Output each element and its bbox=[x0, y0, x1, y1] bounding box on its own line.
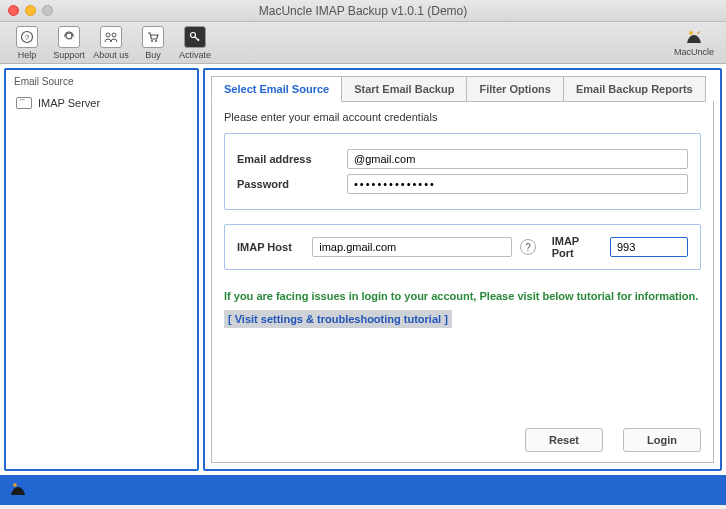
brand-logo: MacUncle bbox=[674, 29, 714, 57]
svg-point-5 bbox=[151, 40, 153, 42]
svg-point-4 bbox=[112, 33, 116, 37]
toolbar: ? Help Support About us Buy Activate Mac… bbox=[0, 22, 726, 64]
sidebar-item-imap-server[interactable]: IMAP Server bbox=[10, 93, 193, 113]
imap-host-field[interactable] bbox=[312, 237, 512, 257]
tab-email-backup-reports[interactable]: Email Backup Reports bbox=[564, 76, 706, 102]
server-icon bbox=[16, 97, 32, 109]
cart-icon bbox=[142, 26, 164, 48]
troubleshoot-link[interactable]: [ Visit settings & troubleshooting tutor… bbox=[224, 310, 452, 328]
svg-point-3 bbox=[106, 33, 110, 37]
activate-button[interactable]: Activate bbox=[174, 26, 216, 60]
troubleshoot-message: If you are facing issues in login to you… bbox=[224, 290, 701, 302]
email-label: Email address bbox=[237, 153, 347, 165]
imap-port-field[interactable] bbox=[610, 237, 688, 257]
window-title: MacUncle IMAP Backup v1.0.1 (Demo) bbox=[0, 4, 726, 18]
sidebar: Email Source IMAP Server bbox=[4, 68, 199, 471]
sidebar-item-label: IMAP Server bbox=[38, 97, 100, 109]
password-field[interactable] bbox=[347, 174, 688, 194]
titlebar: MacUncle IMAP Backup v1.0.1 (Demo) bbox=[0, 0, 726, 22]
imap-port-label: IMAP Port bbox=[552, 235, 602, 259]
login-button[interactable]: Login bbox=[623, 428, 701, 452]
svg-point-8 bbox=[689, 31, 693, 35]
key-icon bbox=[184, 26, 206, 48]
about-button[interactable]: About us bbox=[90, 26, 132, 60]
footer-bar bbox=[0, 475, 726, 505]
support-icon bbox=[58, 26, 80, 48]
help-icon: ? bbox=[16, 26, 38, 48]
credentials-group: Email address Password bbox=[224, 133, 701, 210]
tab-filter-options[interactable]: Filter Options bbox=[467, 76, 564, 102]
host-help-button[interactable]: ? bbox=[520, 239, 535, 255]
tab-select-email-source[interactable]: Select Email Source bbox=[211, 76, 342, 102]
buy-button[interactable]: Buy bbox=[132, 26, 174, 60]
help-button[interactable]: ? Help bbox=[6, 26, 48, 60]
instruction-text: Please enter your email account credenti… bbox=[224, 111, 701, 123]
email-field[interactable] bbox=[347, 149, 688, 169]
svg-text:?: ? bbox=[25, 33, 30, 42]
server-group: IMAP Host ? IMAP Port bbox=[224, 224, 701, 270]
password-label: Password bbox=[237, 178, 347, 190]
tab-start-email-backup[interactable]: Start Email Backup bbox=[342, 76, 467, 102]
tab-body: Please enter your email account credenti… bbox=[211, 101, 714, 463]
content-panel: Select Email Source Start Email Backup F… bbox=[203, 68, 722, 471]
people-icon bbox=[100, 26, 122, 48]
svg-point-6 bbox=[155, 40, 157, 42]
svg-point-7 bbox=[191, 32, 196, 37]
imap-host-label: IMAP Host bbox=[237, 241, 304, 253]
svg-point-9 bbox=[13, 483, 17, 487]
support-button[interactable]: Support bbox=[48, 26, 90, 60]
macuncle-icon bbox=[683, 29, 705, 47]
sidebar-header: Email Source bbox=[10, 74, 193, 93]
footer-logo-icon bbox=[8, 481, 28, 499]
svg-point-2 bbox=[66, 33, 72, 39]
tab-bar: Select Email Source Start Email Backup F… bbox=[211, 76, 714, 102]
reset-button[interactable]: Reset bbox=[525, 428, 603, 452]
